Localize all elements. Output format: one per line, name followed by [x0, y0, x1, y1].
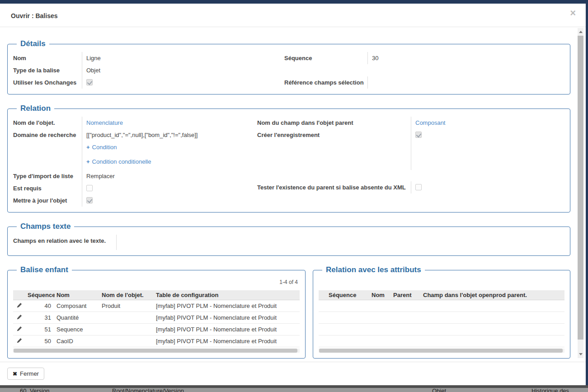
- col-champ-openprod[interactable]: Champ dans l'objet openprod parent.: [421, 292, 564, 298]
- bg-row-type: Objet: [432, 388, 446, 392]
- balise-enfant-table-header: Séquence Nom Nom de l'objet. Table de co…: [13, 290, 300, 300]
- nom-objet-link[interactable]: Nomenclature: [86, 119, 123, 126]
- field-tester-existence: Tester l'existence du parent si balise a…: [257, 181, 564, 194]
- cell-sequence: 50: [26, 338, 55, 345]
- table-row[interactable]: 50 CaoID [myfab] PIVOT PLM - Nomenclatur…: [13, 335, 300, 347]
- balise-enfant-table: Séquence Nom Nom de l'objet. Table de co…: [13, 290, 300, 353]
- section-details-legend: Détails: [17, 39, 49, 48]
- empty-row: [257, 141, 564, 170]
- row-add-condition: +Condition: [13, 141, 257, 156]
- field-champs-relation-texte: Champs en relation avec le texte.: [13, 235, 564, 250]
- tester-existence-checkbox[interactable]: [415, 184, 422, 190]
- cell-sequence: 31: [26, 314, 55, 321]
- field-separator: [411, 129, 411, 141]
- bg-row-path: Root/Nomenclature/Version: [112, 388, 184, 392]
- table-row[interactable]: 51 Sequence [myfab] PIVOT PLM - Nomencla…: [13, 324, 300, 335]
- field-sequence: Séquence 30: [284, 52, 564, 64]
- field-sequence-label: Séquence: [284, 52, 367, 64]
- section-balise-enfant: Balise enfant 1-4 of 4 Séquence Nom Nom …: [7, 265, 306, 359]
- section-details: Détails Nom Ligne Type de la balise Obje…: [7, 39, 570, 94]
- field-nom-label: Nom: [13, 52, 82, 64]
- cell-nom: Sequence: [55, 326, 100, 333]
- field-type-balise-value: Objet: [82, 64, 284, 76]
- empty-table-row: [319, 335, 564, 347]
- edit-pencil-icon[interactable]: [17, 326, 22, 331]
- mettre-a-jour-checkbox[interactable]: [86, 197, 93, 203]
- add-condition-conditionelle-link[interactable]: +Condition conditionelle: [86, 158, 151, 165]
- open-balises-modal: Ouvrir : Balises × Détails Nom Ligne Typ…: [0, 4, 586, 385]
- vertical-scrollbar: [578, 28, 583, 358]
- backdrop-page-strip: 60 Version Root/Nomenclature/Version Obj…: [0, 385, 588, 392]
- field-est-requis-label: Est requis: [13, 182, 82, 194]
- row-add-condition-conditionelle: +Condition conditionelle: [13, 156, 257, 170]
- modal-title: Ouvrir : Balises: [11, 12, 58, 19]
- field-champ-parent-label: Nom du champ dans l'objet parent: [257, 117, 411, 129]
- table-row[interactable]: 31 Quantité [myfab] PIVOT PLM - Nomencla…: [13, 312, 300, 324]
- field-type-import-value: Remplacer: [82, 170, 257, 182]
- field-type-balise-label: Type de la balise: [13, 64, 82, 76]
- field-domaine: Domaine de recherche [["product_id","=",…: [13, 129, 257, 141]
- vertical-scrollbar-thumb[interactable]: [578, 36, 583, 340]
- col-sequence[interactable]: Séquence: [26, 292, 55, 298]
- est-requis-checkbox[interactable]: [86, 185, 93, 191]
- champ-parent-link[interactable]: Composant: [415, 119, 445, 126]
- col-nom-objet[interactable]: Nom de l'objet.: [100, 292, 154, 298]
- horizontal-scrollbar: [13, 349, 300, 353]
- add-condition-link[interactable]: +Condition: [86, 144, 117, 151]
- empty-table-row: [319, 312, 564, 324]
- pager-text: 1-4 of 4: [13, 279, 298, 286]
- close-icon[interactable]: ×: [570, 8, 576, 18]
- field-onchanges-label: Utiliser les Onchanges: [13, 76, 82, 89]
- section-relation-legend: Relation: [17, 104, 54, 113]
- bg-row-sequence: 60: [20, 388, 26, 392]
- cell-sequence: 40: [26, 302, 55, 309]
- fermer-button[interactable]: ✖ Fermer: [7, 368, 44, 380]
- plus-icon: +: [86, 144, 90, 151]
- horizontal-scrollbar: [319, 349, 564, 353]
- field-separator: [82, 194, 82, 207]
- modal-body: Détails Nom Ligne Type de la balise Obje…: [0, 28, 586, 362]
- horizontal-scrollbar-thumb[interactable]: [14, 349, 297, 353]
- creer-enregistrement-checkbox[interactable]: [415, 132, 422, 138]
- section-champs-texte: Champs texte Champs en relation avec le …: [7, 222, 570, 256]
- page: Ouvrir : Balises × Détails Nom Ligne Typ…: [0, 0, 588, 392]
- cell-nom-objet: Produit: [100, 302, 154, 309]
- edit-pencil-icon[interactable]: [17, 302, 22, 308]
- col-nom[interactable]: Nom: [370, 292, 391, 298]
- section-champs-texte-legend: Champs texte: [17, 222, 74, 231]
- scroll-down-icon[interactable]: [578, 351, 583, 358]
- attributs-table-header: Séquence Nom Parent Champ dans l'objet o…: [319, 290, 564, 300]
- horizontal-scrollbar-thumb[interactable]: [319, 349, 563, 353]
- plus-icon: +: [86, 158, 90, 165]
- edit-pencil-icon[interactable]: [17, 314, 22, 320]
- empty-table-row: [319, 324, 564, 335]
- field-reference-label: Référence champs sélection: [284, 76, 367, 89]
- field-champs-relation-texte-value: [117, 235, 564, 250]
- scroll-up-icon[interactable]: [578, 28, 583, 35]
- col-sequence[interactable]: Séquence: [327, 292, 370, 298]
- field-type-import-label: Type d'import de liste: [13, 170, 82, 182]
- field-champs-relation-texte-label: Champs en relation avec le texte.: [13, 235, 116, 250]
- onchanges-checkbox[interactable]: [86, 79, 93, 85]
- field-mettre-a-jour: Mettre à jour l'objet: [13, 194, 257, 207]
- modal-footer: ✖ Fermer: [0, 362, 586, 385]
- cell-nom: Composant: [55, 302, 100, 309]
- field-separator: [82, 182, 82, 194]
- field-nom-objet-label: Nom de l'objet.: [13, 117, 82, 129]
- bg-row-nom: Version: [30, 388, 49, 392]
- col-nom[interactable]: Nom: [55, 292, 100, 298]
- section-relation-attributs: Relation avec les attributs Séquence Nom…: [313, 265, 570, 359]
- table-row[interactable]: 40 Composant Produit [myfab] PIVOT PLM -…: [13, 300, 300, 312]
- cell-table-configuration: [myfab] PIVOT PLM - Nomenclature et Prod…: [154, 338, 300, 345]
- field-est-requis: Est requis: [13, 182, 257, 194]
- field-type-import: Type d'import de liste Remplacer: [13, 170, 257, 182]
- bg-row-description: Historique des versions du produit: [532, 388, 588, 392]
- field-domaine-value: [["product_id","=",null],["bom_id","!=",…: [82, 129, 257, 141]
- col-table-configuration[interactable]: Table de configuration: [154, 292, 300, 298]
- col-parent[interactable]: Parent: [391, 292, 421, 298]
- edit-pencil-icon[interactable]: [17, 338, 22, 343]
- empty-table-row: [319, 300, 564, 312]
- section-relation-attributs-legend: Relation avec les attributs: [322, 265, 425, 274]
- field-nom-objet: Nom de l'objet. Nomenclature: [13, 117, 257, 129]
- cell-table-configuration: [myfab] PIVOT PLM - Nomenclature et Prod…: [154, 314, 300, 321]
